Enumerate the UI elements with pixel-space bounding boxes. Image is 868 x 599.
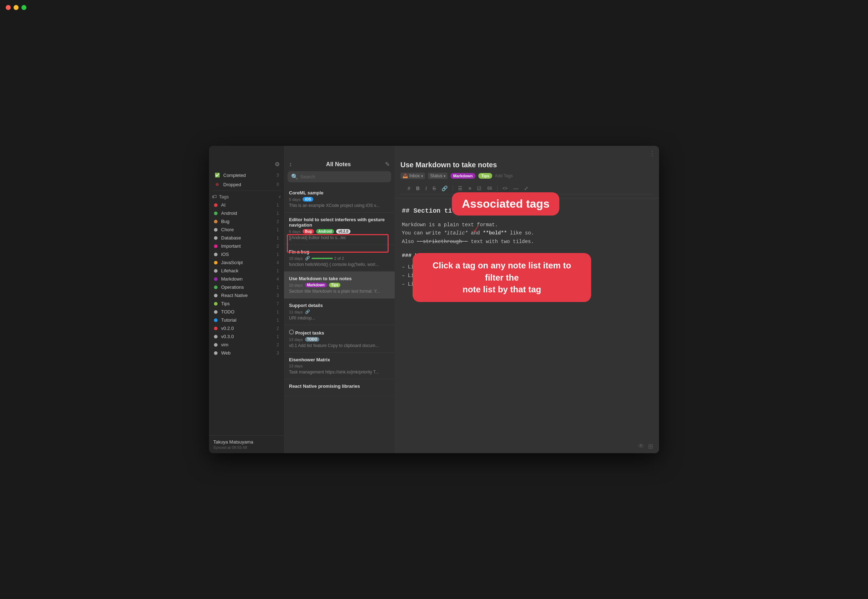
tag-dot	[214, 212, 218, 215]
sidebar-item-tag-chore[interactable]: Chore 1	[211, 226, 282, 234]
toolbar-ol[interactable]: ≡	[467, 185, 473, 192]
sidebar-item-tag-android[interactable]: Android 1	[211, 209, 282, 217]
toolbar-check[interactable]: ☑	[475, 185, 483, 192]
toolbar-strike[interactable]: S	[431, 185, 437, 192]
note-tag[interactable]: iOS	[303, 197, 313, 202]
note-meta: 6 daysBugAndroidv0.2.0	[289, 229, 390, 234]
progress-bar: 🔗 2 of 2	[305, 256, 344, 260]
toolbar-hash[interactable]: #	[406, 185, 412, 192]
tag-count: 2	[276, 244, 279, 249]
note-item-react-native[interactable]: React Native promising libraries	[284, 379, 395, 396]
more-options-icon[interactable]: ⋮	[649, 149, 655, 157]
note-item-eisenhower[interactable]: Eisenhower Matrix 13 days Task managemen…	[284, 353, 395, 379]
completed-label: Completed	[223, 173, 246, 178]
note-date: 5 days	[289, 197, 300, 202]
sidebar-item-tag-operations[interactable]: Operations 1	[211, 283, 282, 291]
sidebar-item-completed[interactable]: ✅ Completed 3	[211, 170, 282, 180]
toolbar-ul[interactable]: ☰	[457, 185, 464, 192]
note-title: Support details	[289, 303, 390, 308]
editor-h3: ### List example	[402, 251, 652, 260]
tag-dot	[214, 335, 218, 339]
sidebar-item-tag-v0.2.0[interactable]: v0.2.0 2	[211, 324, 282, 333]
note-item-coreml[interactable]: CoreML sample 5 daysiOS This is an examp…	[284, 186, 395, 213]
note-tag[interactable]: TODO	[305, 337, 320, 342]
sort-icon[interactable]: ↕	[289, 161, 292, 168]
user-name: Takuya Matsuyama	[213, 439, 280, 445]
eye-icon[interactable]: 👁	[638, 442, 644, 450]
note-tag[interactable]: Android	[316, 229, 334, 234]
sidebar-item-tag-bug[interactable]: Bug 2	[211, 217, 282, 226]
tag-dot	[214, 244, 218, 248]
sidebar-item-tag-markdown[interactable]: Markdown 4	[211, 275, 282, 283]
editor-header: Use Markdown to take notes 📥 Inbox ▾ Sta…	[395, 156, 659, 199]
sidebar-item-dropped[interactable]: ⊗ Dropped 0	[211, 180, 282, 189]
note-item-editor-hold[interactable]: Editor hold to select interferes with ge…	[284, 213, 395, 245]
note-tag[interactable]: Tips	[329, 283, 341, 287]
note-list-header: ↕ All Notes ✎	[284, 156, 395, 171]
add-tags-label[interactable]: Add Tags	[495, 173, 513, 178]
tags-chevron: ∨	[278, 194, 281, 199]
sidebar-toggle-icon[interactable]: ⊞	[648, 442, 653, 450]
task-icon	[289, 330, 294, 334]
progress-icon-small: 🔗	[305, 310, 310, 314]
search-input[interactable]	[300, 174, 387, 179]
sidebar-item-tag-tips[interactable]: Tips 7	[211, 300, 282, 308]
note-date: 13 days	[289, 364, 303, 368]
toolbar-code[interactable]: <>	[501, 185, 509, 191]
tag-label: Tutorial	[221, 318, 236, 323]
status-button[interactable]: Status ▾	[428, 173, 447, 179]
markdown-tag-pill[interactable]: Markdown	[451, 173, 475, 179]
tag-dot	[214, 286, 218, 289]
note-title: Editor hold to select interferes with ge…	[289, 217, 390, 228]
inbox-button[interactable]: 📥 Inbox ▾	[400, 173, 425, 179]
note-item-project-tasks[interactable]: Project tasks 13 daysTODO v0.1 Add list …	[284, 325, 395, 353]
completed-icon: ✅	[214, 172, 221, 178]
sidebar-item-tag-important[interactable]: Important 2	[211, 242, 282, 250]
note-item-support-details[interactable]: Support details 11 days🔗 URI inkdrop...	[284, 298, 395, 325]
note-tag[interactable]: v0.2.0	[336, 229, 350, 234]
note-tag[interactable]: Markdown	[305, 283, 327, 287]
inbox-label: Inbox	[409, 173, 420, 178]
sidebar-top: ⚙	[209, 157, 284, 170]
tag-count: 1	[276, 285, 279, 290]
search-bar[interactable]: 🔍	[288, 171, 391, 182]
sidebar-item-tag-react-native[interactable]: React Native 3	[211, 291, 282, 300]
sidebar-item-tag-tutorial[interactable]: Tutorial 1	[211, 316, 282, 324]
note-meta: 10 days 🔗 2 of 2	[289, 256, 390, 260]
note-tag[interactable]: Bug	[303, 229, 314, 234]
tag-dot	[214, 302, 218, 306]
toolbar-bold[interactable]: B	[415, 185, 421, 192]
tips-tag-pill[interactable]: Tips	[478, 173, 492, 179]
sidebar-item-tag-todo[interactable]: TODO 1	[211, 308, 282, 316]
tag-icon: 🏷	[212, 194, 217, 199]
tags-label: Tags	[219, 194, 228, 199]
toolbar-expand[interactable]: ⤢	[523, 185, 530, 192]
tag-count: 1	[276, 227, 279, 232]
dropped-count: 0	[276, 182, 279, 187]
note-meta: 10 daysMarkdownTips	[289, 283, 390, 287]
compose-icon[interactable]: ✎	[385, 161, 390, 168]
editor-para3: Also ~~strikethrough~~ text with two til…	[402, 238, 652, 246]
sidebar-item-tag-v0.3.0[interactable]: v0.3.0 1	[211, 333, 282, 341]
sidebar-item-tag-lifehack[interactable]: Lifehack 1	[211, 266, 282, 275]
toolbar-link[interactable]: 🔗	[440, 185, 449, 192]
sidebar-item-tag-vim[interactable]: vim 2	[211, 341, 282, 349]
tag-dot	[214, 236, 218, 240]
note-item-fix-bug[interactable]: Fix a bug 10 days 🔗 2 of 2 function hell…	[284, 245, 395, 272]
tag-label: v0.2.0	[221, 326, 234, 331]
inbox-icon: 📥	[402, 173, 408, 178]
gear-icon[interactable]: ⚙	[275, 161, 280, 168]
tag-count: 3	[276, 293, 279, 298]
toolbar-hr[interactable]: —	[512, 185, 520, 192]
toolbar-italic[interactable]: I	[424, 185, 428, 192]
app-body: ⚙ ✅ Completed 3 ⊗ Dropped 0 🏷 Tags ∨	[209, 146, 659, 453]
sidebar-item-tag-ios[interactable]: iOS 1	[211, 250, 282, 258]
note-item-use-markdown[interactable]: Use Markdown to take notes 10 daysMarkdo…	[284, 272, 395, 298]
tags-header[interactable]: 🏷 Tags ∨	[209, 192, 284, 201]
sidebar-item-tag-database[interactable]: Database 1	[211, 234, 282, 242]
sidebar-item-tag-ai[interactable]: AI 1	[211, 201, 282, 209]
editor-title: Use Markdown to take notes	[400, 161, 653, 169]
editor-body[interactable]: ## Section title Markdown is a plain tex…	[395, 199, 659, 439]
sidebar-item-tag-javascript[interactable]: JavaScript 4	[211, 258, 282, 266]
sidebar-item-tag-web[interactable]: Web 3	[211, 349, 282, 357]
